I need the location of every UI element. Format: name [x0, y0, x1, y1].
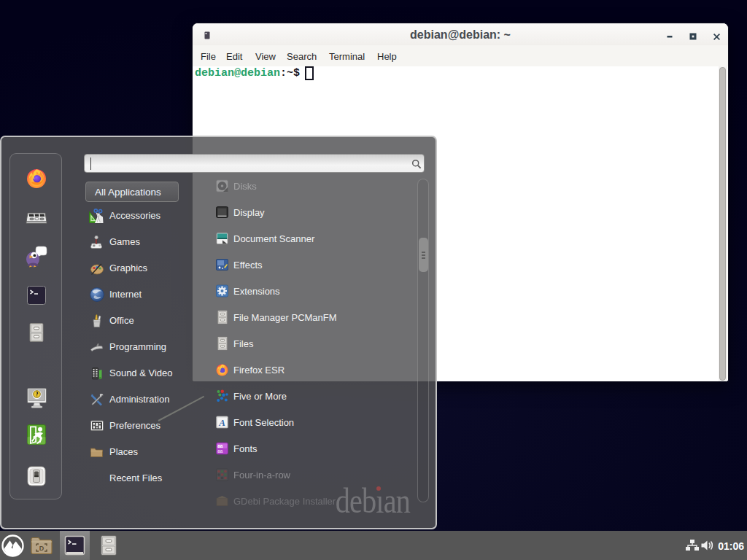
svg-text:aa: aa	[217, 448, 223, 454]
svg-text:aa: aa	[217, 443, 223, 448]
svg-text:D: D	[39, 545, 44, 552]
svg-text:A: A	[218, 417, 225, 428]
